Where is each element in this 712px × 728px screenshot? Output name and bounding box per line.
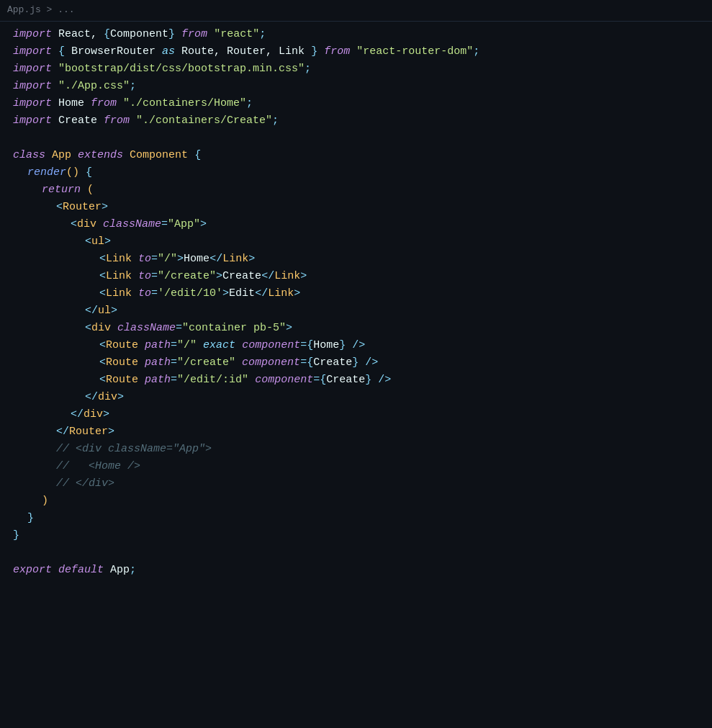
line-content: <Route path="/create" component={Create}… bbox=[6, 354, 712, 372]
line-content: <Link to="/create">Create</Link> bbox=[6, 268, 712, 285]
code-line: export default App; bbox=[0, 562, 712, 579]
code-line: <Router> bbox=[0, 199, 712, 216]
line-content: export default App; bbox=[6, 562, 712, 579]
line-content: import "bootstrap/dist/css/bootstrap.min… bbox=[6, 60, 712, 78]
code-line: </div> bbox=[0, 389, 712, 406]
code-line: <div className="App"> bbox=[0, 216, 712, 233]
line-content: // </div> bbox=[6, 475, 712, 493]
code-line bbox=[0, 544, 712, 562]
line-content: </div> bbox=[6, 389, 712, 406]
line-content: import Create from "./containers/Create"… bbox=[6, 112, 712, 130]
code-line: // <div className="App"> bbox=[0, 441, 712, 458]
code-container: import React, {Component} from "react"; … bbox=[0, 22, 712, 583]
line-content: import { BrowserRouter as Route, Router,… bbox=[6, 43, 712, 60]
line-content: ) bbox=[6, 493, 712, 510]
code-line: render() { bbox=[0, 164, 712, 181]
line-content: <Router> bbox=[6, 199, 712, 216]
line-content: } bbox=[6, 510, 712, 527]
code-line: </Router> bbox=[0, 423, 712, 441]
line-content: class App extends Component { bbox=[6, 147, 712, 164]
code-line: import "bootstrap/dist/css/bootstrap.min… bbox=[0, 60, 712, 78]
code-line: // <Home /> bbox=[0, 458, 712, 475]
code-line: import React, {Component} from "react"; bbox=[0, 26, 712, 43]
line-content: <Link to='/edit/10'>Edit</Link> bbox=[6, 285, 712, 302]
code-line: } bbox=[0, 527, 712, 544]
code-line: import Home from "./containers/Home"; bbox=[0, 95, 712, 112]
line-content: <ul> bbox=[6, 233, 712, 251]
line-content: </Router> bbox=[6, 423, 712, 441]
code-line: <Link to='/edit/10'>Edit</Link> bbox=[0, 285, 712, 302]
line-content: import Home from "./containers/Home"; bbox=[6, 95, 712, 112]
code-line: <Link to="/">Home</Link> bbox=[0, 251, 712, 268]
code-line: <div className="container pb-5"> bbox=[0, 320, 712, 337]
code-line: import { BrowserRouter as Route, Router,… bbox=[0, 43, 712, 60]
code-line: <ul> bbox=[0, 233, 712, 251]
code-line: } bbox=[0, 510, 712, 527]
line-content: import React, {Component} from "react"; bbox=[6, 26, 712, 43]
code-line: </div> bbox=[0, 406, 712, 423]
line-content: <div className="container pb-5"> bbox=[6, 320, 712, 337]
code-line: class App extends Component { bbox=[0, 147, 712, 164]
code-line: import Create from "./containers/Create"… bbox=[0, 112, 712, 130]
line-content: </ul> bbox=[6, 302, 712, 320]
line-content: // <div className="App"> bbox=[6, 441, 712, 458]
code-line: <Route path="/edit/:id" component={Creat… bbox=[0, 372, 712, 389]
code-line: <Route path="/" exact component={Home} /… bbox=[0, 337, 712, 354]
line-content: return ( bbox=[6, 181, 712, 199]
line-content: import "./App.css"; bbox=[6, 78, 712, 95]
code-line: // </div> bbox=[0, 475, 712, 493]
code-line: return ( bbox=[0, 181, 712, 199]
line-content: render() { bbox=[6, 164, 712, 181]
line-content: // <Home /> bbox=[6, 458, 712, 475]
code-line: import "./App.css"; bbox=[0, 78, 712, 95]
code-line: <Link to="/create">Create</Link> bbox=[0, 268, 712, 285]
code-line: ) bbox=[0, 493, 712, 510]
line-content: <div className="App"> bbox=[6, 216, 712, 233]
line-content: } bbox=[6, 527, 712, 544]
line-content: <Route path="/edit/:id" component={Creat… bbox=[6, 372, 712, 389]
line-content: <Link to="/">Home</Link> bbox=[6, 251, 712, 268]
code-line bbox=[0, 130, 712, 147]
line-content: </div> bbox=[6, 406, 712, 423]
code-line: </ul> bbox=[0, 302, 712, 320]
code-line: <Route path="/create" component={Create}… bbox=[0, 354, 712, 372]
code-editor: App.js > ... import React, {Component} f… bbox=[0, 0, 712, 728]
line-content: <Route path="/" exact component={Home} /… bbox=[6, 337, 712, 354]
breadcrumb: App.js > ... bbox=[0, 0, 712, 22]
